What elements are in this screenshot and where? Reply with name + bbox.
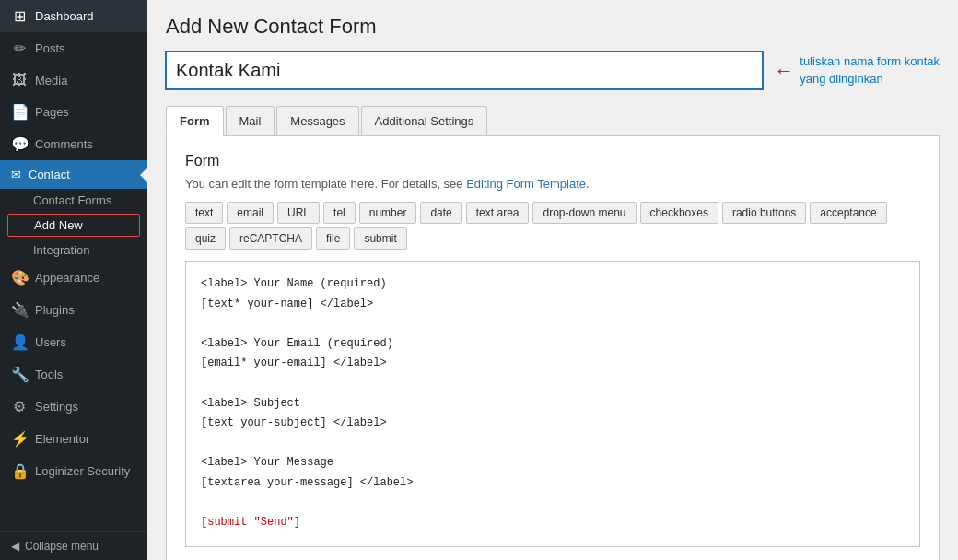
plugins-icon: 🔌 [11,301,28,319]
code-line: [submit "Send"] [201,513,905,533]
form-name-input[interactable] [166,52,763,89]
sidebar-item-comments[interactable]: 💬 Comments [0,128,147,160]
sidebar-sub-add-new[interactable]: Add New [7,214,140,237]
sidebar-label-settings: Settings [35,400,78,414]
tag-button-acceptance[interactable]: acceptance [810,202,886,224]
sidebar-item-settings[interactable]: ⚙ Settings [0,391,147,423]
appearance-icon: 🎨 [11,269,28,286]
tab-mail[interactable]: Mail [226,106,275,135]
code-line: [textarea your-message] </label> [201,473,905,494]
sidebar-label-elementor: Elementor [35,432,89,446]
code-line [201,314,905,334]
sidebar-label-media: Media [35,74,67,88]
form-description: You can edit the form template here. For… [185,177,920,191]
tag-button-number[interactable]: number [359,202,417,224]
code-line [201,434,905,454]
tab-form[interactable]: Form [166,106,224,136]
tag-button-submit[interactable]: submit [354,228,406,250]
elementor-icon: ⚡ [11,430,28,448]
sidebar-item-pages[interactable]: 📄 Pages [0,96,147,128]
media-icon: 🖼 [11,72,28,88]
contact-active-arrow [140,168,147,182]
tag-button-checkboxes[interactable]: checkboxes [640,202,718,224]
main-content: Add New Contact Form ← tuliskan nama for… [147,0,958,560]
sidebar-label-appearance: Appearance [35,271,99,285]
tag-button-file[interactable]: file [316,228,350,250]
tab-additional-settings[interactable]: Additional Settings [361,106,488,135]
code-editor[interactable]: <label> Your Name (required) [text* your… [185,261,920,547]
sidebar-label-users: Users [35,335,66,349]
sidebar-item-tools[interactable]: 🔧 Tools [0,358,147,391]
code-line: <label> Your Name (required) [201,274,905,295]
tag-button-drop-down-menu[interactable]: drop-down menu [532,202,636,224]
code-line [201,374,905,394]
code-line: [text your-subject] </label> [201,414,905,434]
tag-buttons-container: textemailURLtelnumberdatetext areadrop-d… [185,202,920,250]
sidebar-label-loginizer: Loginizer Security [35,464,130,478]
tag-button-recaptcha[interactable]: reCAPTCHA [229,228,312,250]
code-line: [text* your-name] </label> [201,295,905,315]
annotation-arrow-group: ← tuliskan nama form kontak yang diingin… [774,53,940,87]
sidebar-sub-integration[interactable]: Integration [0,239,147,262]
code-line [201,494,905,514]
settings-icon: ⚙ [11,398,28,415]
tag-button-radio-buttons[interactable]: radio buttons [722,202,806,224]
posts-icon: ✏ [11,40,28,57]
tag-button-email[interactable]: email [227,202,274,224]
contact-icon: ✉ [11,168,21,181]
sidebar-label-comments: Comments [35,137,93,151]
sidebar-item-elementor[interactable]: ⚡ Elementor [0,423,147,455]
sidebar-item-media[interactable]: 🖼 Media [0,64,147,96]
sidebar-label-pages: Pages [35,105,69,119]
tab-content-form: Form You can edit the form template here… [166,136,940,560]
sidebar-item-loginizer[interactable]: 🔒 Loginizer Security [0,455,147,487]
sidebar-item-plugins[interactable]: 🔌 Plugins [0,294,147,326]
code-line: <label> Your Message [201,453,905,473]
tools-icon: 🔧 [11,366,28,383]
dashboard-icon: ⊞ [11,7,28,25]
sidebar-label-tools: Tools [35,368,63,381]
tag-button-date[interactable]: date [420,202,461,224]
form-name-row: ← tuliskan nama form kontak yang diingin… [166,52,940,89]
sidebar-item-users[interactable]: 👤 Users [0,326,147,358]
arrow-left-icon: ← [774,59,794,83]
sidebar-label-posts: Posts [35,41,65,55]
sidebar: ⊞ Dashboard ✏ Posts 🖼 Media 📄 Pages 💬 Co… [0,0,147,560]
tag-button-text[interactable]: text [185,202,223,224]
form-section-title: Form [185,153,920,169]
tab-messages[interactable]: Messages [276,106,358,135]
tag-button-url[interactable]: URL [277,202,320,224]
collapse-label: Collapse menu [25,540,99,553]
comments-icon: 💬 [11,135,28,153]
sidebar-item-posts[interactable]: ✏ Posts [0,32,147,64]
code-line: <label> Your Email (required) [201,334,905,355]
sidebar-label-contact: Contact [29,168,70,181]
annotation-text: tuliskan nama form kontak yang diinginka… [800,53,940,87]
tag-button-quiz[interactable]: quiz [185,228,226,250]
editing-form-template-link[interactable]: Editing Form Template [466,177,586,191]
sidebar-item-appearance[interactable]: 🎨 Appearance [0,262,147,294]
collapse-icon: ◀ [11,540,19,553]
sidebar-sub-contact-forms[interactable]: Contact Forms [0,189,147,212]
tabs-bar: Form Mail Messages Additional Settings [166,106,940,136]
page-title: Add New Contact Form [166,15,940,39]
code-line: <label> Subject [201,394,905,414]
sidebar-item-dashboard[interactable]: ⊞ Dashboard [0,0,147,32]
sidebar-item-contact[interactable]: ✉ Contact [0,160,147,189]
tag-button-tel[interactable]: tel [323,202,356,224]
collapse-menu-button[interactable]: ◀ Collapse menu [0,531,147,560]
sidebar-label-dashboard: Dashboard [35,9,94,23]
tag-button-text-area[interactable]: text area [466,202,530,224]
users-icon: 👤 [11,333,28,351]
loginizer-icon: 🔒 [11,462,28,480]
code-line: [email* your-email] </label> [201,354,905,374]
pages-icon: 📄 [11,103,28,121]
sidebar-label-plugins: Plugins [35,303,75,317]
